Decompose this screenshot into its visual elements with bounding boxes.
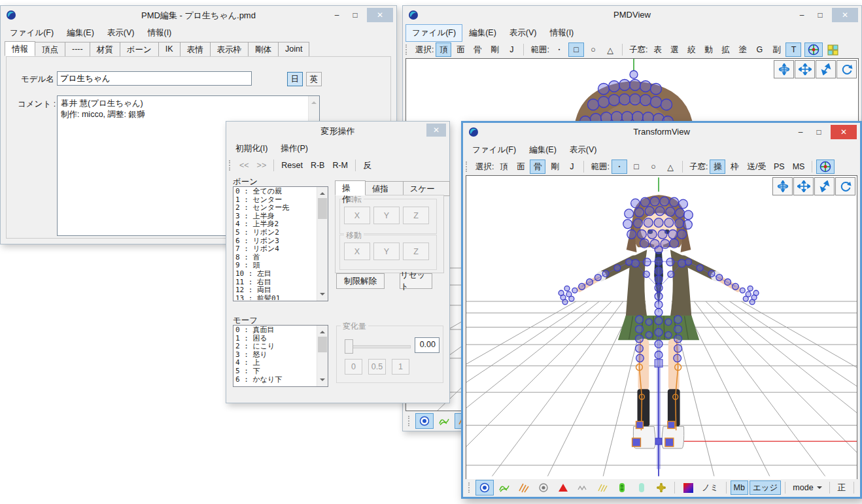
amount-preset-button[interactable]: 0 <box>345 359 362 375</box>
amount-slider-track[interactable] <box>348 345 411 348</box>
joint-display-icon[interactable] <box>574 480 592 496</box>
amount-preset-button[interactable]: 0.5 <box>368 359 386 375</box>
morph-list-item[interactable]: 2 : にこり <box>235 343 317 351</box>
tab[interactable]: IK <box>158 42 181 57</box>
tab[interactable]: 情報 <box>5 41 35 56</box>
menu-item[interactable]: 操作(P) <box>274 140 315 158</box>
morph-list-item[interactable]: 0 : 真面目 <box>235 326 317 335</box>
move-axis-button[interactable]: Y <box>373 243 400 260</box>
range-mode-toggle[interactable]: ○ <box>585 42 601 57</box>
child-window-toggle[interactable]: 絞 <box>683 42 699 57</box>
range-mode-toggle[interactable]: □ <box>568 42 584 57</box>
close-button[interactable]: ✕ <box>426 124 446 137</box>
select-mode-toggle[interactable]: 剛 <box>487 42 502 57</box>
transformview-viewport[interactable] <box>466 175 857 480</box>
scroll-down-icon[interactable] <box>317 377 328 386</box>
select-mode-toggle[interactable]: 剛 <box>547 160 562 174</box>
tab[interactable]: 表情 <box>180 42 211 57</box>
gravity-icon[interactable] <box>652 480 670 496</box>
gizmo-sphere-icon[interactable] <box>816 160 835 174</box>
tab[interactable]: 材質 <box>90 42 120 57</box>
flip-button[interactable]: 反 <box>360 158 375 173</box>
select-mode-toggle[interactable]: J <box>564 160 579 174</box>
bone-list-item[interactable]: 0 : 全ての親 <box>235 188 317 196</box>
tab[interactable]: 表示枠 <box>210 42 249 57</box>
child-window-toggle[interactable]: 拡 <box>717 42 733 57</box>
orbit-view-icon[interactable] <box>774 60 794 78</box>
rotate-view-icon[interactable] <box>835 177 855 195</box>
dialog-titlebar[interactable]: 変形操作 ✕ <box>226 122 449 140</box>
maximize-button[interactable]: □ <box>346 8 364 22</box>
child-window-toggle[interactable]: 操 <box>710 160 725 174</box>
menu-item[interactable]: 情報(I) <box>141 24 178 42</box>
english-toggle-button[interactable]: 英 <box>306 72 322 86</box>
morph-list-scrollbar[interactable] <box>317 326 328 386</box>
select-mode-toggle[interactable]: 面 <box>513 160 528 174</box>
model-name-input[interactable] <box>57 71 252 86</box>
point-display-icon[interactable] <box>534 480 553 496</box>
rotate-axis-button[interactable]: Z <box>403 207 429 224</box>
edge-toggle[interactable]: エッジ <box>750 480 781 495</box>
range-mode-toggle[interactable]: △ <box>663 160 678 174</box>
menu-item[interactable]: 情報(I) <box>543 24 580 42</box>
pose-reset-button[interactable]: R-B <box>307 158 328 173</box>
menu-item[interactable]: ファイル(F) <box>405 24 462 42</box>
morph-list-item[interactable]: 6 : かなり下 <box>235 376 317 384</box>
select-mode-toggle[interactable]: 頂 <box>436 42 451 57</box>
tab[interactable]: 操作 <box>335 180 366 195</box>
frame-nav-button[interactable]: >> <box>254 158 270 173</box>
rotate-view-icon[interactable] <box>836 60 857 78</box>
child-window-toggle[interactable]: 選 <box>666 42 682 57</box>
wire-display-icon[interactable] <box>435 413 453 429</box>
rigid-display-icon[interactable] <box>554 480 572 496</box>
select-mode-toggle[interactable]: 骨 <box>530 160 545 174</box>
range-mode-toggle[interactable]: △ <box>602 42 618 57</box>
maximize-button[interactable]: □ <box>810 125 828 139</box>
child-window-toggle[interactable]: 表 <box>649 42 665 57</box>
scroll-up-icon[interactable] <box>317 326 328 335</box>
quad-view-icon[interactable] <box>824 42 842 57</box>
child-window-toggle[interactable]: 動 <box>700 42 716 57</box>
menu-item[interactable]: 編集(E) <box>523 141 563 159</box>
minimize-button[interactable]: – <box>791 125 810 139</box>
scroll-up-icon[interactable] <box>317 187 328 197</box>
bone-list-item[interactable]: 2 : センター先 <box>235 204 317 212</box>
pose-reset-button[interactable]: Reset <box>278 158 306 173</box>
toolbar-grip[interactable] <box>466 161 469 172</box>
toolbar-grip[interactable] <box>229 160 232 171</box>
bone-list-item[interactable]: 5 : リボン2 <box>235 229 317 237</box>
range-mode-toggle[interactable]: ・ <box>551 42 567 57</box>
zoom-view-icon[interactable] <box>814 177 835 195</box>
mesh-display-icon[interactable] <box>515 480 533 496</box>
maximize-button[interactable]: □ <box>811 8 829 22</box>
child-window-toggle[interactable]: PS <box>770 160 788 174</box>
pan-view-icon[interactable] <box>793 177 814 195</box>
pose-reset-button[interactable]: R-M <box>329 158 351 173</box>
tab[interactable]: 値指定 <box>365 181 404 196</box>
range-mode-toggle[interactable]: ○ <box>646 160 661 174</box>
physics-on-icon[interactable] <box>613 480 631 496</box>
select-mode-toggle[interactable]: 面 <box>453 42 468 57</box>
child-window-toggle[interactable]: 枠 <box>727 160 742 174</box>
tab[interactable]: ---- <box>65 42 90 57</box>
grid-display-icon[interactable] <box>593 480 612 496</box>
bone-list-item[interactable]: 13 : 前髪01 <box>235 295 317 300</box>
background-color-icon[interactable] <box>679 480 697 496</box>
pan-view-icon[interactable] <box>795 60 815 78</box>
move-axis-button[interactable]: X <box>344 243 370 260</box>
rotate-axis-button[interactable]: X <box>344 207 370 224</box>
menu-item[interactable]: 編集(E) <box>462 24 503 42</box>
amount-slider-thumb[interactable] <box>345 339 353 354</box>
menu-item[interactable]: 表示(V) <box>563 141 604 159</box>
toolbar-grip[interactable] <box>408 416 411 426</box>
select-mode-toggle[interactable]: 頂 <box>496 160 511 174</box>
menu-item[interactable]: ファイル(F) <box>3 24 60 42</box>
scroll-up-icon[interactable] <box>309 96 319 106</box>
tab[interactable]: 剛体 <box>248 42 279 57</box>
child-window-toggle[interactable]: 副 <box>768 42 784 57</box>
remove-limit-button[interactable]: 制限解除 <box>336 273 385 289</box>
pmdview-titlebar[interactable]: PMDView – □ ✕ <box>403 6 861 24</box>
pmd-edit-titlebar[interactable]: PMD編集 - プロ生ちゃん.pmd – □ ✕ <box>1 6 396 24</box>
scrollbar-thumb[interactable] <box>318 198 327 219</box>
minimize-button[interactable]: – <box>793 8 811 22</box>
